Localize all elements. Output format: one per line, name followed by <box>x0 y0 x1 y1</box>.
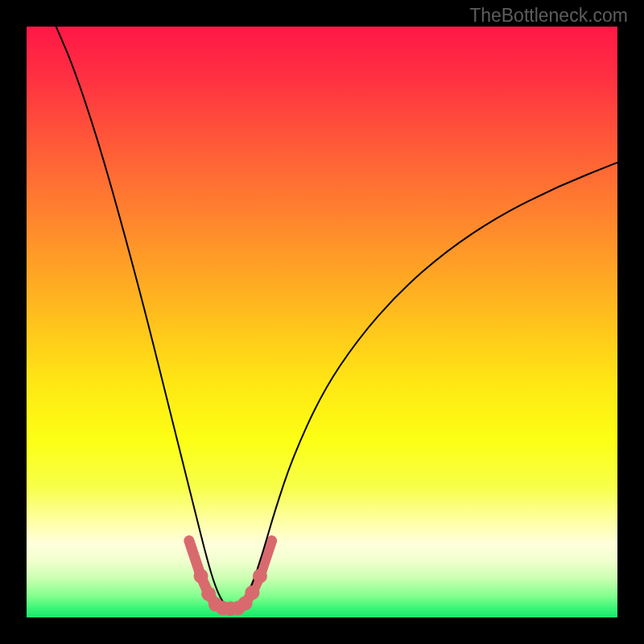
plot-area <box>27 27 617 617</box>
marker-point <box>253 569 267 584</box>
marker-point <box>245 585 259 600</box>
highlight-markers <box>185 537 276 616</box>
marker-point <box>268 537 276 545</box>
marker-point <box>185 537 193 545</box>
bottleneck-curve <box>56 27 617 608</box>
chart-frame: TheBottleneck.com <box>0 0 644 644</box>
marker-point <box>194 569 208 584</box>
watermark-text: TheBottleneck.com <box>469 5 628 27</box>
curve-layer <box>27 27 617 617</box>
